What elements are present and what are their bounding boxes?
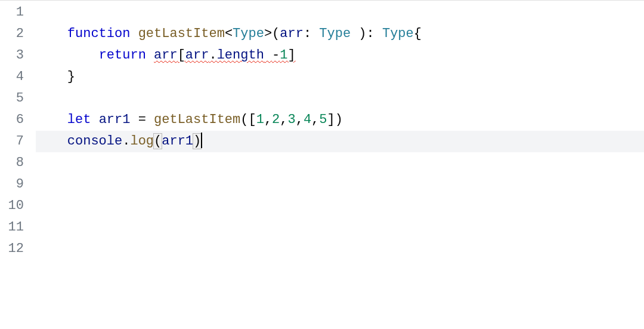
line-gutter: 123456789101112 (0, 2, 36, 260)
code-token (91, 112, 98, 127)
code-token: Type (233, 26, 264, 41)
code-token: >( (264, 26, 280, 41)
code-token: let (67, 112, 91, 127)
indent (36, 109, 67, 131)
code-token: 1 (280, 48, 287, 63)
code-line[interactable] (36, 2, 644, 23)
code-line[interactable]: return arr[arr.length -1] (36, 45, 644, 66)
code-token (264, 48, 272, 63)
code-line[interactable]: console.log(arr1) (36, 131, 644, 152)
indent (36, 45, 99, 66)
code-token: ([ (240, 112, 256, 127)
code-token: = (130, 112, 154, 127)
code-token: arr1 (162, 134, 193, 149)
code-line[interactable] (36, 238, 644, 260)
code-token: ] (288, 48, 296, 63)
indent (36, 66, 67, 88)
code-token: 1 (256, 112, 264, 127)
code-token: 4 (304, 112, 311, 127)
line-number: 5 (0, 88, 24, 109)
code-token: , (311, 112, 319, 127)
code-line[interactable] (36, 152, 644, 174)
code-token: ( (153, 133, 162, 149)
line-number: 3 (0, 45, 24, 66)
line-number: 2 (0, 23, 24, 45)
code-line[interactable] (36, 174, 644, 195)
line-number: 7 (0, 131, 24, 152)
code-token: : (304, 26, 319, 41)
code-token: log (130, 134, 154, 149)
text-cursor (201, 133, 202, 148)
code-line[interactable] (36, 88, 644, 109)
line-number: 12 (0, 238, 24, 260)
code-token: ]) (327, 112, 343, 127)
code-token: , (296, 112, 304, 127)
code-token: getLastItem (138, 26, 225, 41)
code-token: - (272, 48, 280, 63)
code-token (146, 48, 154, 63)
code-token: ) (193, 133, 202, 149)
code-line[interactable]: let arr1 = getLastItem([1,2,3,4,5]) (36, 109, 644, 131)
line-number: 10 (0, 195, 24, 217)
code-token: console (67, 134, 122, 149)
code-token (130, 26, 138, 41)
code-token: [ (178, 48, 185, 63)
code-token: ): (351, 26, 382, 41)
code-token: Type (382, 26, 414, 41)
code-token: } (67, 69, 75, 84)
code-token: length (217, 48, 264, 63)
code-token: . (122, 134, 130, 149)
code-token: function (67, 26, 131, 41)
code-line[interactable]: } (36, 66, 644, 88)
line-number: 6 (0, 109, 24, 131)
indent (36, 23, 67, 45)
code-line[interactable] (36, 217, 644, 238)
code-token: , (280, 112, 287, 127)
code-token: < (225, 26, 233, 41)
code-editor[interactable]: 123456789101112 function getLastItem<Typ… (0, 0, 644, 260)
code-token: getLastItem (154, 112, 240, 127)
code-token: 3 (288, 112, 296, 127)
code-token: . (209, 48, 216, 63)
line-number: 4 (0, 66, 24, 88)
code-token: , (264, 112, 272, 127)
code-token: 5 (319, 112, 327, 127)
line-number: 1 (0, 2, 24, 23)
code-line[interactable] (36, 195, 644, 217)
line-number: 9 (0, 174, 24, 195)
code-token: arr (154, 48, 178, 63)
line-number: 11 (0, 217, 24, 238)
code-token: { (414, 26, 422, 41)
code-token: arr (280, 26, 304, 41)
code-area[interactable]: function getLastItem<Type>(arr: Type ): … (36, 2, 644, 260)
line-number: 8 (0, 152, 24, 174)
code-token: return (99, 48, 146, 63)
code-token: arr (185, 48, 209, 63)
indent (36, 131, 67, 152)
code-token: arr1 (99, 112, 131, 127)
code-line[interactable]: function getLastItem<Type>(arr: Type ): … (36, 23, 644, 45)
code-token: 2 (272, 112, 280, 127)
code-token: Type (319, 26, 351, 41)
